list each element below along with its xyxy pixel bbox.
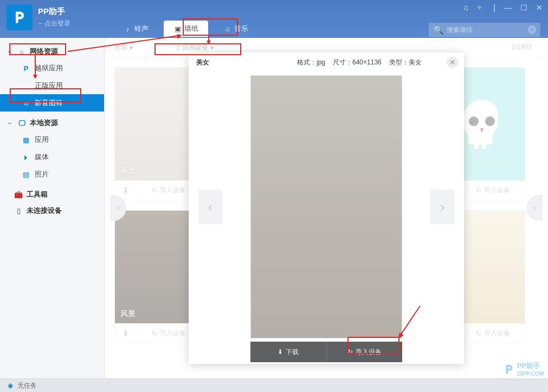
sidebar-label: 未连接设备 [27,206,62,215]
sidebar-item-media[interactable]: ♫ 影音图铃 [0,94,104,112]
search-box[interactable]: 🔍 ✕ [429,23,540,37]
apple-icon [22,81,30,90]
sidebar-item-photos[interactable]: ▧ 照片 [0,166,104,183]
home-icon: ⌂ [17,47,26,56]
video-icon: ⏵ [22,153,30,161]
wallpaper-preview-image [250,75,402,338]
divider: | [493,3,495,12]
statusbar: ◉ 无任务 [0,378,548,392]
minimize-button[interactable]: — [504,3,512,12]
sidebar-item-jailbreak[interactable]: P 越狱应用 [0,60,104,77]
modal-meta: 格式：jpg 尺寸：640×1136 类型：美女 [297,58,422,67]
collapse-icon: − [8,48,14,56]
sidebar: − ⌂ 网络资源 P 越狱应用 正版应用 ♫ 影音图铃 − 🖵 本地资源 ▦ 应… [0,38,105,378]
window-controls: ♫ ᯤ | — ☐ ✕ [463,3,543,12]
modal-download-button[interactable]: ⬇ 下载 [250,342,327,362]
p-icon: P [22,64,30,73]
sidebar-group-network[interactable]: − ⌂ 网络资源 [0,43,104,60]
sidebar-label: 网络资源 [30,47,58,56]
collapse-icon: − [8,119,14,127]
preview-next-button[interactable]: › [430,190,454,224]
sidebar-item-official[interactable]: 正版应用 [0,77,104,94]
close-button[interactable]: ✕ [536,3,543,12]
tab-label: 墙纸 [184,24,198,34]
watermark: PP助手25PP.COM [503,361,544,377]
sidebar-label: 本地资源 [30,118,58,128]
toolbox-icon: 🧰 [14,190,23,199]
sidebar-label: 媒体 [35,152,49,162]
tab-music[interactable]: ♫ 音乐 [214,21,258,37]
device-icon: ▯ [14,206,23,215]
status-text: 无任务 [17,381,37,390]
sidebar-label: 应用 [35,135,49,145]
sidebar-label: 越狱应用 [35,63,63,73]
sidebar-label: 影音图铃 [35,98,63,108]
sidebar-toolbox[interactable]: 🧰 工具箱 [0,186,104,202]
login-hint[interactable]: ←点击登录 [38,19,70,28]
sidebar-nodevice[interactable]: ▯ 未连接设备 [0,202,104,219]
wallpaper-icon: ▣ [173,25,182,33]
sidebar-item-media-local[interactable]: ⏵ 媒体 [0,148,104,166]
titlebar: PP助手 ←点击登录 ♫ ᯤ | — ☐ ✕ ♪ 铃声 ▣ 墙纸 ♫ 音乐 🔍 … [0,0,548,38]
sidebar-label: 工具箱 [27,190,48,199]
sidebar-label: 照片 [35,169,49,179]
maximize-button[interactable]: ☐ [520,3,527,12]
search-icon: 🔍 [433,25,444,35]
media-icon: ♫ [22,99,30,107]
modal-close-button[interactable]: ✕ [447,56,459,68]
sidebar-label: 正版应用 [35,81,63,90]
sidebar-group-local[interactable]: − 🖵 本地资源 [0,115,104,131]
tab-ringtone[interactable]: ♪ 铃声 [114,21,158,37]
media-tabs: ♪ 铃声 ▣ 墙纸 ♫ 音乐 [114,21,258,37]
download-icon: ⬇ [278,348,283,356]
app-logo [7,4,33,30]
search-clear-icon[interactable]: ✕ [528,25,536,34]
modal-import-button[interactable]: ↻ 导入设备 [327,342,403,362]
refresh-icon: ↻ [347,348,353,356]
search-input[interactable] [447,26,528,34]
music-icon[interactable]: ♫ [463,3,469,12]
wallpaper-preview-modal: 美女 格式：jpg 尺寸：640×1136 类型：美女 ✕ ‹ › ⬇ 下载 ↻… [189,53,464,364]
modal-header: 美女 格式：jpg 尺寸：640×1136 类型：美女 ✕ [189,53,464,72]
sidebar-item-apps[interactable]: ▦ 应用 [0,131,104,148]
preview-prev-button[interactable]: ‹ [198,190,222,224]
app-title: PP助手 [38,6,70,17]
grid-icon: ▦ [22,135,30,144]
wifi-icon[interactable]: ᯤ [477,3,485,12]
ringtone-icon: ♪ [124,25,132,33]
tab-label: 音乐 [234,24,248,34]
photo-icon: ▧ [22,170,30,179]
task-icon: ◉ [8,382,13,389]
tab-label: 铃声 [134,24,149,34]
tab-wallpaper[interactable]: ▣ 墙纸 [164,21,208,37]
monitor-icon: 🖵 [17,119,26,127]
music-tab-icon: ♫ [223,25,231,33]
modal-title: 美女 [196,58,209,67]
